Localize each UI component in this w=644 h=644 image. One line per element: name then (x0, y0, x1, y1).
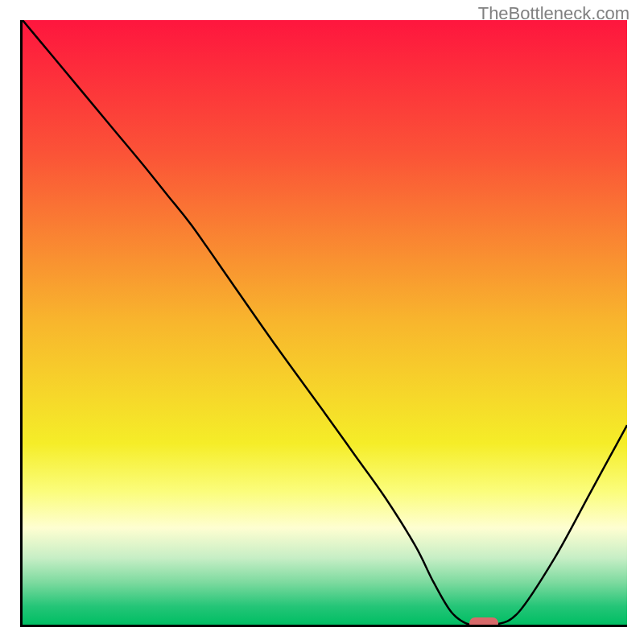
optimal-marker (469, 617, 498, 627)
plot-area (20, 20, 627, 627)
bottleneck-curve (23, 20, 627, 625)
watermark-text: TheBottleneck.com (478, 3, 630, 24)
